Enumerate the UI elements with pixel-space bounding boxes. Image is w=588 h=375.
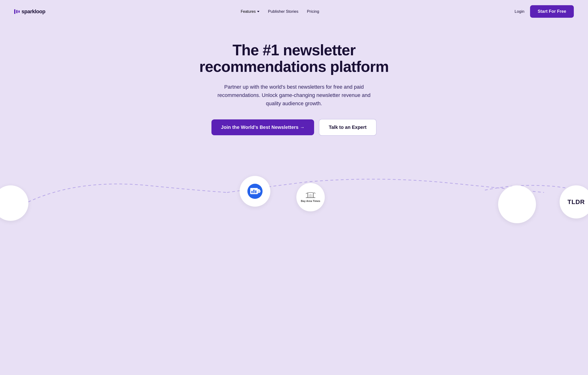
svg-rect-2: [258, 189, 260, 192]
hero-section: The #1 newsletter recommendations platfo…: [188, 23, 400, 150]
login-link[interactable]: Login: [515, 9, 525, 14]
features-nav-item[interactable]: Features: [241, 10, 260, 14]
bay-area-times-label: Bay Area Times: [301, 199, 320, 202]
svg-rect-5: [255, 190, 256, 193]
analytics-mug-icon: [247, 184, 262, 199]
chevron-down-icon: [257, 11, 260, 12]
logo-link[interactable]: sparkloop: [14, 9, 45, 15]
dashed-lines-container: Bay Area Times TLDR: [0, 164, 588, 211]
hero-title: The #1 newsletter recommendations platfo…: [192, 42, 396, 75]
svg-rect-4: [253, 190, 254, 193]
navbar: sparkloop Features Publisher Stories Pri…: [0, 0, 588, 23]
svg-rect-3: [252, 191, 252, 193]
features-label: Features: [241, 10, 256, 14]
brand-name: sparkloop: [21, 9, 45, 15]
bay-area-times-content: Bay Area Times: [301, 192, 320, 202]
logo-icon: [14, 9, 20, 14]
hero-subtitle: Partner up with the world's best newslet…: [214, 83, 374, 108]
bay-area-times-logo-circle: Bay Area Times: [296, 183, 325, 211]
analytics-logo-circle: [240, 176, 270, 207]
nav-right: Login Start For Free: [515, 5, 574, 18]
bridge-icon: [306, 192, 315, 199]
nav-links: Features Publisher Stories Pricing: [241, 9, 319, 14]
start-free-button[interactable]: Start For Free: [530, 5, 574, 18]
pricing-nav-item[interactable]: Pricing: [307, 9, 319, 14]
publisher-stories-nav-item[interactable]: Publisher Stories: [268, 9, 298, 14]
tldr-logo-circle: TLDR: [560, 185, 588, 219]
right-partial-circle: [498, 185, 536, 223]
hero-buttons: Join the World's Best Newsletters → Talk…: [192, 119, 396, 136]
newsletter-logos-section: Bay Area Times TLDR: [0, 164, 588, 216]
join-newsletters-button[interactable]: Join the World's Best Newsletters →: [211, 119, 314, 135]
talk-to-expert-button[interactable]: Talk to an Expert: [319, 119, 377, 136]
tldr-label: TLDR: [567, 198, 585, 206]
